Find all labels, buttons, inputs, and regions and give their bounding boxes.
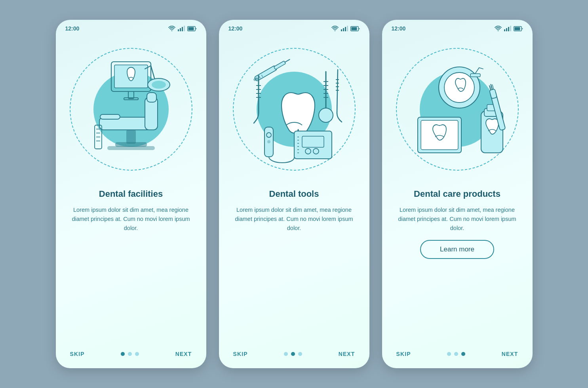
screen-title-2: Dental tools: [269, 188, 319, 200]
svg-point-27: [334, 30, 335, 31]
svg-rect-87: [489, 89, 497, 99]
status-icons-2: [331, 26, 360, 31]
dental-products-illustration: [398, 50, 517, 169]
screen-title-1: Dental facilities: [99, 188, 163, 200]
dot-2-3: [298, 352, 302, 356]
content-area-2: Dental tools Lorem ipsum dolor sit dim a…: [219, 184, 369, 351]
battery-icon-2: [350, 26, 360, 31]
dot-1-2: [128, 352, 132, 356]
dots-2: [284, 352, 302, 356]
dot-2-1: [284, 352, 288, 356]
status-bar-1: 12:00: [56, 20, 206, 34]
status-bar-3: 12:00: [382, 20, 533, 34]
next-button-2[interactable]: NEXT: [339, 351, 355, 357]
phone-1: 12:00: [56, 20, 206, 368]
dots-1: [121, 352, 139, 356]
battery-icon-1: [187, 26, 197, 31]
svg-rect-30: [345, 27, 346, 31]
svg-point-71: [497, 30, 498, 31]
battery-icon-3: [514, 26, 523, 31]
svg-rect-3: [182, 27, 183, 31]
skip-button-1[interactable]: SKIP: [70, 351, 85, 357]
svg-rect-28: [341, 29, 342, 31]
svg-rect-1: [178, 29, 179, 31]
status-bar-2: 12:00: [219, 20, 369, 34]
screen-body-1: Lorem ipsum dolor sit dim amet, mea regi…: [70, 205, 192, 233]
skip-button-2[interactable]: SKIP: [233, 351, 248, 357]
phone-2: 12:00: [219, 20, 369, 368]
next-button-1[interactable]: NEXT: [175, 351, 192, 357]
content-area-3: Dental care products Lorem ipsum dolor s…: [382, 184, 533, 351]
screen-body-2: Lorem ipsum dolor sit dim amet, mea regi…: [233, 205, 355, 233]
status-time-3: 12:00: [392, 25, 406, 32]
svg-rect-73: [506, 28, 507, 31]
svg-rect-2: [180, 28, 181, 31]
dot-1-1: [121, 352, 125, 356]
svg-rect-61: [294, 131, 332, 159]
content-area-1: Dental facilities Lorem ipsum dolor sit …: [56, 184, 206, 351]
wifi-icon-3: [495, 26, 502, 31]
svg-line-37: [285, 59, 289, 62]
svg-line-90: [492, 85, 493, 89]
svg-rect-4: [184, 26, 185, 31]
screen-body-3: Lorem ipsum dolor sit dim amet, mea regi…: [396, 205, 518, 233]
svg-point-13: [152, 81, 166, 89]
svg-rect-21: [107, 146, 155, 150]
svg-rect-31: [347, 26, 348, 31]
bottom-nav-2: SKIP NEXT: [219, 351, 369, 368]
svg-rect-72: [504, 29, 505, 31]
dot-3-3: [461, 352, 465, 356]
svg-rect-29: [343, 28, 344, 31]
signal-icon-1: [178, 26, 185, 31]
svg-line-48: [337, 70, 338, 113]
dot-1-3: [135, 352, 139, 356]
status-time-2: 12:00: [228, 25, 243, 32]
dental-tools-illustration: [235, 50, 354, 169]
svg-point-60: [267, 140, 270, 143]
screen-title-3: Dental care products: [414, 188, 500, 200]
svg-rect-17: [147, 93, 156, 102]
svg-rect-77: [514, 27, 520, 30]
next-button-3[interactable]: NEXT: [502, 351, 518, 357]
phone-3: 12:00: [382, 20, 533, 368]
dot-3-1: [447, 352, 451, 356]
wifi-icon-1: [168, 26, 175, 31]
illustration-area-3: [382, 34, 533, 184]
svg-point-0: [171, 30, 172, 31]
bottom-nav-3: SKIP NEXT: [382, 351, 533, 368]
dot-2-2: [291, 352, 295, 356]
dental-chair-illustration: [72, 50, 190, 169]
svg-rect-19: [126, 130, 136, 144]
signal-icon-3: [504, 26, 511, 31]
svg-rect-6: [188, 27, 194, 30]
skip-button-3[interactable]: SKIP: [396, 351, 411, 357]
status-time-1: 12:00: [65, 25, 80, 32]
status-icons-3: [495, 26, 523, 31]
svg-point-42: [319, 108, 333, 122]
svg-line-11: [151, 66, 155, 80]
svg-rect-36: [274, 61, 285, 70]
illustration-area-1: [56, 34, 206, 184]
svg-rect-75: [510, 26, 511, 31]
svg-rect-33: [351, 27, 357, 30]
wifi-icon-2: [331, 26, 339, 31]
dots-3: [447, 352, 465, 356]
dot-3-2: [454, 352, 458, 356]
bottom-nav-1: SKIP NEXT: [56, 351, 206, 368]
svg-rect-80: [470, 74, 480, 77]
status-icons-1: [168, 26, 197, 31]
learn-more-button[interactable]: Learn more: [420, 240, 494, 259]
illustration-area-2: [219, 34, 369, 184]
svg-rect-74: [508, 27, 509, 31]
svg-rect-18: [100, 114, 120, 119]
phones-container: 12:00: [56, 20, 533, 368]
signal-icon-2: [341, 26, 348, 31]
